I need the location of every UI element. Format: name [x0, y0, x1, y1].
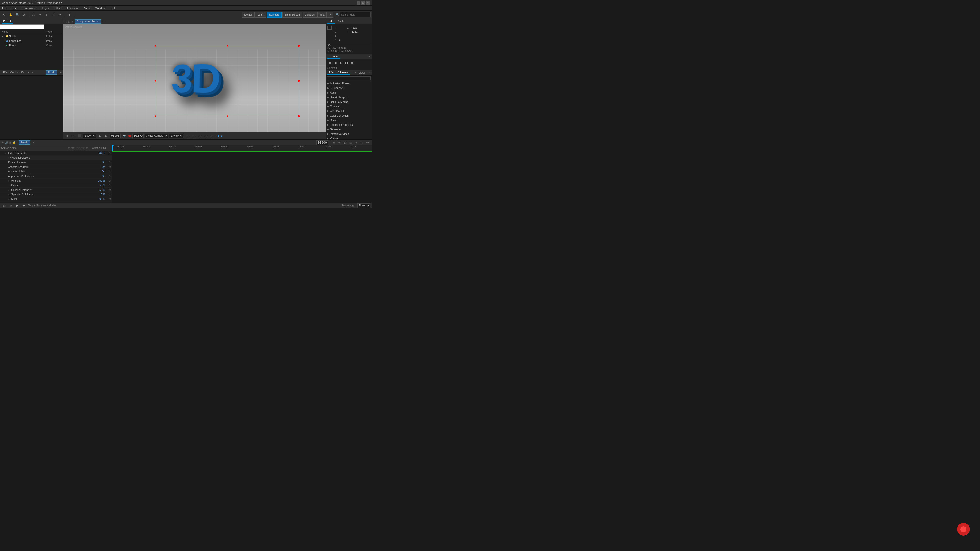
workspace-small-screen[interactable]: Small Screen: [282, 12, 302, 17]
toggle-masks[interactable]: ⬚: [191, 133, 196, 138]
layout-select[interactable]: 1 View: [169, 134, 183, 138]
keyframe-icon-metal[interactable]: ⏱: [109, 198, 111, 200]
grid-toggle[interactable]: ⊞: [65, 133, 70, 138]
category-immersive-video[interactable]: ▶ Immersive Video: [326, 132, 372, 136]
transparency-toggle[interactable]: ⬚: [71, 133, 76, 138]
workspace-learn[interactable]: Learn: [255, 12, 266, 17]
specular-shininess-value[interactable]: 5 %: [92, 193, 107, 196]
keyframe-icon-extrusion[interactable]: ⏱: [109, 152, 111, 155]
timeline-timecode[interactable]: 00000: [317, 140, 328, 145]
tab-effects-presets[interactable]: Effects & Presets: [328, 71, 350, 75]
menu-help[interactable]: Help: [110, 6, 118, 10]
project-item-fondo-comp[interactable]: ⊞ Fondo Comp: [0, 43, 62, 48]
accepts-lights-value[interactable]: On: [92, 170, 107, 173]
workspace-test[interactable]: Test: [318, 12, 327, 17]
toggle-motion-paths[interactable]: ⬚: [197, 133, 202, 138]
tool-hand[interactable]: ✋: [8, 12, 14, 18]
timeline-tool-4[interactable]: ⬚: [348, 140, 353, 145]
parent-select[interactable]: None: [357, 203, 370, 208]
footer-comp-settings[interactable]: ⬚: [2, 203, 6, 208]
tool-rotate[interactable]: ⟳: [21, 12, 27, 18]
appears-in-reflections-value[interactable]: On: [92, 175, 107, 178]
category-generate[interactable]: ▶ Generate: [326, 127, 372, 132]
timeline-tool-6[interactable]: ⬚: [360, 140, 364, 145]
effects-search-input[interactable]: [327, 76, 371, 80]
tool-clone[interactable]: ✂: [57, 12, 63, 18]
snapshot-btn[interactable]: 📷: [122, 133, 127, 138]
category-boris-fx[interactable]: ▶ Boris FX Mocha: [326, 100, 372, 104]
timeline-tool-7[interactable]: ✏: [365, 140, 370, 145]
tab-audio[interactable]: Audio: [336, 20, 346, 24]
quality-select[interactable]: Half: [132, 134, 144, 138]
menu-edit[interactable]: Edit: [11, 6, 18, 10]
tool-rect[interactable]: ⬚: [30, 12, 37, 18]
category-channel[interactable]: ▶ Channel: [326, 104, 372, 109]
tab-fondo[interactable]: Fondo: [46, 70, 57, 75]
maximize-button[interactable]: □: [361, 1, 365, 5]
menu-view[interactable]: View: [83, 6, 91, 10]
workspace-more[interactable]: »: [327, 12, 333, 17]
category-color-correction[interactable]: ▶ Color Correction: [326, 113, 372, 118]
keyframe-icon-ambient[interactable]: ⏱: [109, 179, 111, 182]
workspace-default[interactable]: Default: [242, 12, 255, 17]
category-blur-sharpen[interactable]: ▶ Blur & Sharpen: [326, 95, 372, 100]
menu-animation[interactable]: Animation: [65, 6, 80, 10]
diffuse-value[interactable]: 50 %: [92, 184, 107, 187]
menu-composition[interactable]: Composition: [21, 6, 38, 10]
metal-value[interactable]: 100 %: [92, 198, 107, 200]
casts-shadows-value[interactable]: On: [92, 161, 107, 164]
timecode-display[interactable]: 00000: [110, 134, 121, 138]
close-button[interactable]: ✕: [366, 1, 369, 5]
keyframe-icon-reflections[interactable]: ⏱: [109, 175, 111, 178]
footer-render[interactable]: ⊡: [8, 203, 13, 208]
window-controls[interactable]: — □ ✕: [357, 1, 369, 5]
preview-play[interactable]: ▶: [339, 60, 343, 65]
timeline-settings-icon[interactable]: ✕: [32, 141, 35, 144]
keyframe-icon-diffuse[interactable]: ⏱: [109, 184, 111, 187]
menu-layer[interactable]: Layer: [41, 6, 51, 10]
3d-view-toggle[interactable]: ⬛: [77, 133, 82, 138]
effects-expand-icon[interactable]: ≡: [355, 72, 356, 74]
workspace-libraries[interactable]: Libraries: [303, 12, 317, 17]
effects-more-icon[interactable]: »: [369, 72, 370, 74]
footer-add-marker[interactable]: ◆: [21, 203, 27, 208]
extrusion-depth-value[interactable]: 268,0: [92, 152, 107, 155]
project-item-fondo-png[interactable]: 🖼 Fondo.png PNG: [0, 38, 62, 43]
footer-preview[interactable]: ▶: [15, 203, 20, 208]
tab-project[interactable]: Project: [2, 19, 13, 24]
accepts-shadows-value[interactable]: On: [92, 165, 107, 168]
zoom-select[interactable]: 100%: [83, 134, 97, 138]
tool-text[interactable]: T: [44, 12, 50, 18]
tool-select[interactable]: ↖: [1, 12, 7, 18]
category-cinema-4d[interactable]: ▶ CINEMA 4D: [326, 109, 372, 113]
preview-first-frame[interactable]: ⏮: [328, 60, 332, 65]
project-search-input[interactable]: [0, 24, 44, 29]
tab-info[interactable]: Info: [328, 19, 335, 24]
menu-effect[interactable]: Effect: [53, 6, 62, 10]
timeline-tool-5[interactable]: ⊡: [354, 140, 359, 145]
keyframe-icon-spec-intensity[interactable]: ⏱: [109, 189, 111, 191]
specular-intensity-value[interactable]: 50 %: [92, 189, 107, 191]
expand-material-options[interactable]: ▼: [9, 157, 12, 159]
preview-last-frame[interactable]: ⏭: [350, 60, 355, 65]
handle-top-right[interactable]: [298, 45, 300, 47]
timeline-comp-tab[interactable]: Fondo: [19, 140, 30, 144]
category-distort[interactable]: ▶ Distort: [326, 118, 372, 122]
timeline-tool-1[interactable]: ⊞: [331, 140, 336, 145]
timeline-tool-3[interactable]: ⬚: [342, 140, 348, 145]
toggle-layer-controls[interactable]: ⬚: [185, 133, 189, 138]
tab-effect-controls[interactable]: Effect Controls 3D: [2, 71, 25, 75]
keyframe-icon-accepts-lights[interactable]: ⏱: [109, 170, 111, 173]
keyframe-icon-spec-shininess[interactable]: ⏱: [109, 193, 111, 196]
preview-back[interactable]: ◀: [333, 60, 338, 65]
preview-forward[interactable]: ▶▶: [344, 60, 349, 65]
handle-top-left[interactable]: [155, 45, 156, 47]
category-expression-controls[interactable]: ▶ Expression Controls: [326, 122, 372, 127]
comp-tab-fondo[interactable]: Composition Fondo: [75, 19, 101, 24]
preview-settings-icon[interactable]: ≡: [369, 55, 370, 58]
playhead[interactable]: [112, 145, 113, 151]
timeline-tool-2[interactable]: ↩: [337, 140, 342, 145]
minimize-button[interactable]: —: [357, 1, 360, 5]
category-animation-presets[interactable]: ▶ Animation Presets: [326, 81, 372, 86]
expand-extrusion[interactable]: ○: [5, 152, 8, 154]
